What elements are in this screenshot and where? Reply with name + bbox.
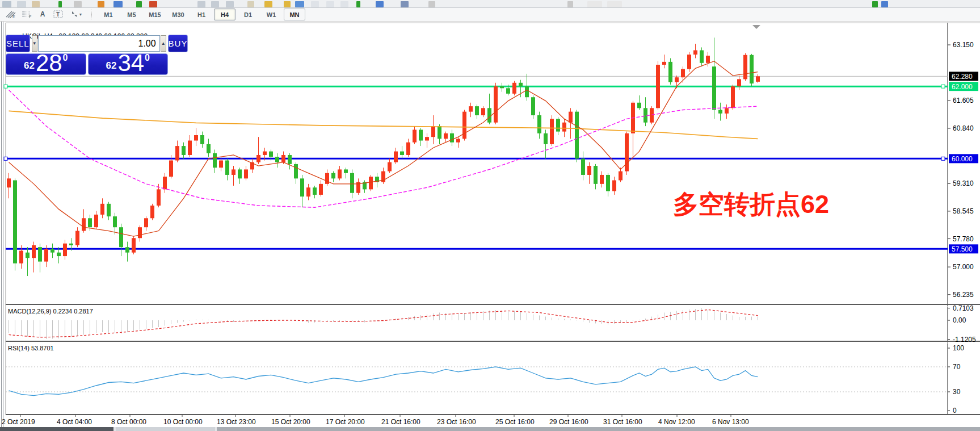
timeframe-button-h4[interactable]: H4 <box>214 9 235 20</box>
svg-text:30: 30 <box>953 388 961 396</box>
toolbar-icon[interactable] <box>311 1 319 7</box>
svg-text:100: 100 <box>953 344 964 352</box>
volume-increase-button[interactable]: ▲ <box>161 35 166 52</box>
toolbar-icon[interactable] <box>136 1 142 7</box>
toolbar-icon[interactable] <box>211 1 219 7</box>
svg-text:-1.1205: -1.1205 <box>953 336 976 344</box>
draw-lines-tool-button[interactable]: E <box>3 9 18 20</box>
taskbar-segment <box>0 427 113 431</box>
toolbar-icon[interactable] <box>326 1 334 7</box>
toolbar-icon[interactable] <box>98 1 104 7</box>
toolbar-icon[interactable] <box>881 1 888 7</box>
one-click-trading-panel: SELL ▼ ▲ BUY 62 28 0 62 34 0 <box>6 35 168 75</box>
toolbar-icon[interactable] <box>197 1 205 7</box>
toolbar-separator <box>91 10 92 19</box>
sell-price-pips: 28 <box>36 53 62 73</box>
toolbar-icon[interactable] <box>247 1 254 7</box>
svg-text:6 Nov 13:00: 6 Nov 13:00 <box>712 418 749 426</box>
grid-icon: F <box>21 10 32 19</box>
text-label-icon: A <box>40 10 45 18</box>
moving-average-lines <box>9 61 758 236</box>
svg-text:58.545: 58.545 <box>953 207 974 215</box>
macd-pane: 0.71030.00-1.1205 <box>9 304 977 344</box>
svg-text:21 Oct 16:00: 21 Oct 16:00 <box>381 418 420 426</box>
chart-shift-marker-icon[interactable] <box>752 25 760 29</box>
toolbar-icon[interactable] <box>401 1 409 7</box>
svg-text:25 Oct 16:00: 25 Oct 16:00 <box>495 418 535 426</box>
toolbar-icon[interactable] <box>74 1 82 7</box>
toolbar-icon[interactable] <box>356 1 360 7</box>
toolbar-icon[interactable] <box>607 1 622 7</box>
svg-text:59.310: 59.310 <box>953 179 974 187</box>
svg-text:8 Oct 00:00: 8 Oct 00:00 <box>111 418 146 426</box>
toolbar-icon[interactable] <box>264 1 272 7</box>
hline-handle[interactable] <box>4 85 7 88</box>
svg-text:56.235: 56.235 <box>953 291 974 299</box>
timeframe-button-w1[interactable]: W1 <box>260 9 282 20</box>
hline-handle[interactable] <box>941 85 945 88</box>
toolbar-icon[interactable] <box>149 1 157 7</box>
svg-text:63.150: 63.150 <box>953 41 974 49</box>
svg-text:F: F <box>29 15 31 19</box>
svg-text:60.840: 60.840 <box>953 124 974 132</box>
sell-quote-panel[interactable]: 62 28 0 <box>6 53 86 75</box>
svg-text:57.000: 57.000 <box>953 263 974 271</box>
buy-quote-panel[interactable]: 62 34 0 <box>88 53 169 75</box>
svg-text:10 Oct 00:00: 10 Oct 00:00 <box>163 418 203 426</box>
price-axis: 63.15061.60560.84059.31058.54557.78057.0… <box>948 41 978 299</box>
toolbar-icon[interactable] <box>295 1 304 7</box>
macd-indicator-label: MACD(12,26,9) 0.2234 0.2817 <box>8 308 93 315</box>
toolbar-icon[interactable] <box>872 1 878 7</box>
taskbar-segment <box>116 427 215 431</box>
grid-tool-button[interactable]: F <box>19 9 34 20</box>
toolbar-icon[interactable] <box>58 1 62 7</box>
chart-annotation: 多空转折点62 <box>673 187 829 221</box>
timeframe-button-h1[interactable]: H1 <box>191 9 212 20</box>
timeframe-button-m5[interactable]: M5 <box>121 9 142 20</box>
toolbar-icon[interactable] <box>428 1 435 7</box>
sell-price-point: 0 <box>63 53 68 63</box>
svg-text:0: 0 <box>953 407 957 415</box>
timeframe-button-m15[interactable]: M15 <box>144 9 166 20</box>
text-box-tool-button[interactable]: T <box>51 9 66 20</box>
chart-canvas[interactable]: 63.15061.60560.84059.31058.54557.78057.0… <box>0 22 980 431</box>
toolbar-icon[interactable] <box>376 1 384 7</box>
svg-text:T: T <box>56 11 60 18</box>
svg-text:13 Oct 23:00: 13 Oct 23:00 <box>217 418 256 426</box>
taskbar-segment <box>217 427 980 431</box>
toolbar-icon[interactable] <box>340 1 348 7</box>
timeframe-button-m30[interactable]: M30 <box>167 9 189 20</box>
svg-text:62.280: 62.280 <box>952 73 973 81</box>
draw-lines-icon: E <box>5 10 16 19</box>
buy-price-whole: 62 <box>106 60 116 72</box>
timeframe-button-mn[interactable]: MN <box>284 9 305 20</box>
hline-handle[interactable] <box>941 157 945 160</box>
toolbar-icon[interactable] <box>567 1 573 7</box>
toolbar-icon[interactable] <box>587 1 602 7</box>
text-label-tool-button[interactable]: A <box>35 9 50 20</box>
svg-text:15 Oct 20:00: 15 Oct 20:00 <box>271 418 310 426</box>
text-box-icon: T <box>53 10 64 19</box>
toolbar-icon[interactable] <box>32 1 40 7</box>
toolbar-icon[interactable] <box>113 1 123 7</box>
timeframe-group: M1M5M15M30H1H4D1W1MN <box>98 9 307 20</box>
dropdown-caret-icon: ▼ <box>79 12 83 16</box>
toolbar-icon[interactable] <box>284 1 291 7</box>
sell-button[interactable]: SELL <box>6 35 30 52</box>
toolbar-icon[interactable] <box>226 1 234 7</box>
toolbar-icon[interactable] <box>2 1 11 7</box>
hline-handle[interactable] <box>4 157 7 160</box>
svg-text:4 Oct 04:00: 4 Oct 04:00 <box>57 418 92 426</box>
svg-text:0.7103: 0.7103 <box>953 304 974 312</box>
toolbar-icon[interactable] <box>17 1 26 7</box>
time-axis: 2 Oct 20194 Oct 04:008 Oct 00:0010 Oct 0… <box>2 415 749 426</box>
timeframe-button-m1[interactable]: M1 <box>98 9 119 20</box>
rsi-indicator-label: RSI(14) 53.8701 <box>8 345 54 352</box>
sell-price-whole: 62 <box>24 60 35 72</box>
svg-text:23 Oct 16:00: 23 Oct 16:00 <box>437 418 476 426</box>
timeframe-button-d1[interactable]: D1 <box>237 9 259 20</box>
buy-button[interactable]: BUY <box>168 35 188 52</box>
svg-text:2 Oct 2019: 2 Oct 2019 <box>2 418 35 426</box>
arrow-objects-tool-button[interactable]: ▼ <box>67 9 85 20</box>
buy-price-point: 0 <box>145 53 150 63</box>
